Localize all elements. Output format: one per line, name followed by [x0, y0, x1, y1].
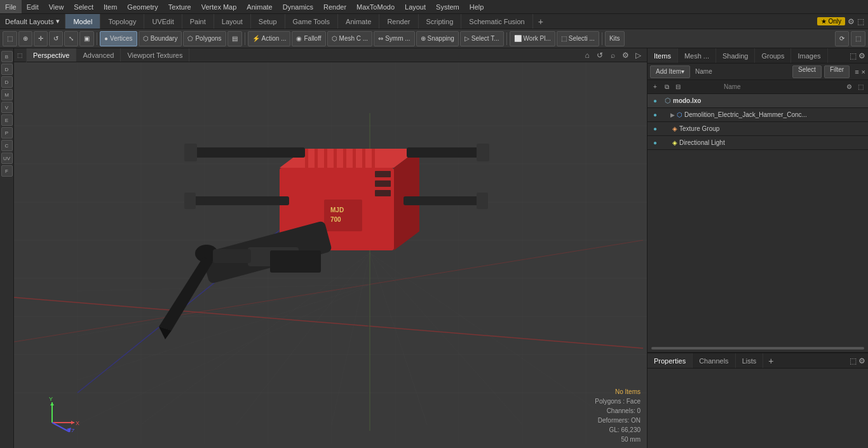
sidebar-icon-7[interactable]: P: [1, 127, 13, 139]
scroll-bar[interactable]: [651, 347, 864, 350]
list-item[interactable]: ● ▶ ⬡ Demolition_Electric_Jack_Hammer_Co…: [648, 108, 868, 122]
list-item[interactable]: ● ◈ Texture Group: [648, 122, 868, 136]
tab-schematic-fusion[interactable]: Schematic Fusion: [461, 14, 532, 29]
tab-animate[interactable]: Animate: [338, 14, 379, 29]
add-layout-tab-button[interactable]: +: [533, 14, 548, 29]
tab-items[interactable]: Items: [648, 48, 678, 63]
viewport-tab-advanced[interactable]: Advanced: [76, 48, 121, 62]
vertices-btn[interactable]: ● Vertices: [100, 31, 137, 46]
menu-render[interactable]: Render: [318, 0, 351, 13]
transform-btn[interactable]: ✛: [34, 31, 48, 46]
menu-layout[interactable]: Layout: [400, 0, 431, 13]
symmetry-btn[interactable]: ⇔ Symm ...: [374, 31, 414, 46]
panel-expand-icon[interactable]: ⬚: [850, 51, 857, 60]
prop-tab-lists[interactable]: Lists: [736, 353, 764, 368]
origin-btn[interactable]: ⊕: [18, 31, 32, 46]
tab-groups[interactable]: Groups: [755, 48, 791, 63]
tab-topology[interactable]: Topology: [100, 14, 144, 29]
poly-toggle-btn[interactable]: ▣: [79, 31, 94, 46]
delete-icon-btn[interactable]: ⊟: [673, 82, 683, 92]
menu-animate[interactable]: Animate: [241, 0, 277, 13]
tab-layout[interactable]: Layout: [214, 14, 251, 29]
list-settings-icon[interactable]: ⚙: [844, 82, 854, 92]
copy-icon-btn[interactable]: ⧉: [661, 82, 672, 92]
sidebar-icon-1[interactable]: B: [1, 51, 13, 62]
list-item[interactable]: ● ◈ Directional Light: [648, 136, 868, 150]
sidebar-icon-9[interactable]: UV: [1, 153, 13, 164]
menu-item[interactable]: Item: [98, 0, 122, 13]
action-btn[interactable]: ⚡ Action ...: [248, 31, 291, 46]
sidebar-icon-10[interactable]: F: [1, 165, 13, 177]
vp-zoom-icon[interactable]: ⌕: [607, 50, 618, 60]
sidebar-icon-4[interactable]: M: [1, 89, 13, 100]
select-type-btn[interactable]: ▷ Select T...: [460, 31, 504, 46]
viewport-expand-btn[interactable]: ⬚: [14, 48, 27, 62]
vp-home-icon[interactable]: ⌂: [582, 50, 592, 60]
tab-mesh[interactable]: Mesh ...: [678, 48, 716, 63]
prop-expand-icon[interactable]: ⬚: [850, 356, 857, 365]
panel-close-icon[interactable]: ×: [862, 68, 865, 76]
polygons-btn[interactable]: ⬠ Polygons: [183, 31, 226, 46]
tab-game-tools[interactable]: Game Tools: [285, 14, 339, 29]
mode-btn-4[interactable]: ▤: [227, 31, 242, 46]
menu-dynamics[interactable]: Dynamics: [278, 0, 318, 13]
menu-view[interactable]: View: [44, 0, 69, 13]
sidebar-icon-6[interactable]: E: [1, 114, 13, 126]
menu-edit[interactable]: Edit: [22, 0, 44, 13]
kits-btn[interactable]: Kits: [605, 31, 625, 46]
falloff-btn[interactable]: ◉ Falloff: [292, 31, 325, 46]
menu-geometry[interactable]: Geometry: [122, 0, 163, 13]
visibility-toggle[interactable]: ●: [650, 110, 660, 120]
viewport-tab-textures[interactable]: Viewport Textures: [121, 48, 189, 62]
list-expand-icon[interactable]: ⬚: [855, 82, 865, 92]
menu-texture[interactable]: Texture: [163, 0, 196, 13]
tab-setup[interactable]: Setup: [251, 14, 285, 29]
layout-dropdown[interactable]: Default Layouts ▾: [0, 14, 65, 29]
filter-button[interactable]: Filter: [824, 65, 850, 78]
viewport[interactable]: ⬚ Perspective Advanced Viewport Textures…: [14, 48, 647, 448]
sidebar-icon-8[interactable]: C: [1, 140, 13, 151]
select-button[interactable]: Select: [792, 65, 822, 78]
menu-help[interactable]: Help: [465, 0, 489, 13]
viewport-canvas[interactable]: MJD 700: [14, 62, 647, 448]
sidebar-icon-5[interactable]: V: [1, 102, 13, 113]
snapping-btn[interactable]: ⊕ Snapping: [416, 31, 459, 46]
tab-paint[interactable]: Paint: [182, 14, 214, 29]
tab-model[interactable]: Model: [65, 14, 100, 29]
add-icon-btn[interactable]: +: [650, 82, 660, 92]
viewport-tab-perspective[interactable]: Perspective: [27, 48, 76, 62]
prop-tab-properties[interactable]: Properties: [648, 353, 693, 368]
list-item[interactable]: ● ⬡ modo.lxo: [648, 94, 868, 108]
tab-shading[interactable]: Shading: [716, 48, 755, 63]
sidebar-icon-3[interactable]: D: [1, 76, 13, 88]
add-item-button[interactable]: Add Item ▾: [650, 65, 690, 78]
menu-file[interactable]: File: [0, 0, 22, 13]
maximize-icon[interactable]: ⬚: [857, 17, 864, 26]
cam-rotate-btn[interactable]: ⟳: [835, 31, 849, 46]
sidebar-icon-2[interactable]: D: [1, 64, 13, 75]
prop-settings-icon[interactable]: ⚙: [858, 356, 865, 365]
tab-scripting[interactable]: Scripting: [419, 14, 462, 29]
workplane-btn[interactable]: ⬜ Work Pl...: [510, 31, 555, 46]
menu-vertex-map[interactable]: Vertex Map: [196, 0, 242, 13]
expand-arrow-icon[interactable]: ▶: [670, 112, 675, 118]
prop-tab-channels[interactable]: Channels: [693, 353, 735, 368]
vp-rotate-icon[interactable]: ↺: [595, 50, 605, 60]
rotate-btn[interactable]: ↺: [49, 31, 63, 46]
fullscreen-btn[interactable]: ⬚: [851, 31, 865, 46]
scale-btn[interactable]: ⤡: [64, 31, 78, 46]
tab-images[interactable]: Images: [791, 48, 827, 63]
mesh-btn[interactable]: ⬡ Mesh C ...: [327, 31, 373, 46]
selection-btn[interactable]: ⬚ Selecti ...: [557, 31, 599, 46]
panel-settings-icon[interactable]: ⚙: [858, 51, 865, 60]
menu-maxtomodo[interactable]: MaxToModo: [351, 0, 400, 13]
tab-uvedit[interactable]: UVEdit: [144, 14, 182, 29]
vp-settings-icon[interactable]: ⚙: [620, 50, 630, 60]
vp-expand-icon[interactable]: ▷: [633, 50, 643, 60]
snap-toggle-btn[interactable]: ⬚: [3, 31, 17, 46]
prop-add-tab-button[interactable]: +: [763, 353, 778, 368]
panel-more-icon[interactable]: ≡: [855, 68, 858, 76]
tab-render[interactable]: Render: [379, 14, 418, 29]
menu-select[interactable]: Select: [69, 0, 98, 13]
settings-icon[interactable]: ⚙: [848, 17, 855, 26]
